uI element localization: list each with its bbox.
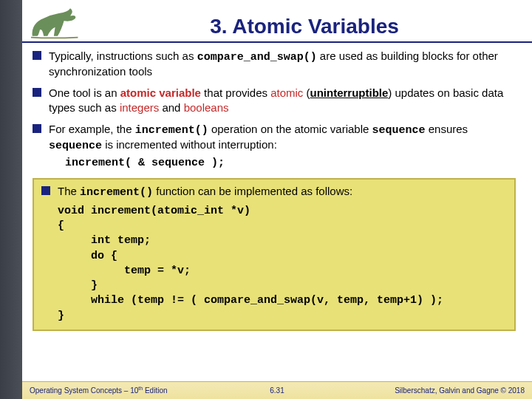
bullet-list: Typically, instructions such as compare_… [33, 49, 522, 171]
bullet-3: For example, the increment() operation o… [33, 122, 522, 171]
text: Typically, instructions such as [49, 50, 197, 62]
text: Operating System Concepts – 10 [30, 387, 138, 395]
bullet-1: Typically, instructions such as compare_… [33, 49, 522, 78]
code-line: increment( & sequence ); [65, 156, 522, 171]
implementation-box: The increment() function can be implemen… [33, 178, 516, 331]
code-inline: compare_and_swap() [197, 51, 317, 64]
code-line: } [58, 310, 64, 322]
footer-center: 6.31 [270, 386, 284, 395]
dinosaur-icon [25, 4, 90, 40]
left-accent-bar [0, 0, 22, 399]
text: is incremented without interruption: [102, 138, 277, 151]
text: The [58, 185, 80, 197]
text: ensures [426, 123, 468, 135]
code-line: { [58, 219, 64, 232]
text: ( [303, 86, 310, 99]
term-booleans: booleans [184, 101, 229, 114]
term-uninterruptible: uninterruptible [310, 86, 389, 99]
text: that provides [201, 86, 270, 99]
text: operation on the atomic variable [208, 123, 372, 135]
code-line: void increment(atomic_int *v) [58, 205, 250, 217]
footer: Operating System Concepts – 10th Edition… [22, 381, 532, 399]
code-line: while (temp != ( compare_and_swap(v, tem… [58, 294, 443, 307]
code-block: void increment(atomic_int *v) { int temp… [58, 204, 507, 324]
term-atomic: atomic [270, 86, 303, 99]
slide-body: Typically, instructions such as compare_… [22, 43, 532, 331]
footer-right: Silberschatz, Galvin and Gagne © 2018 [284, 386, 525, 395]
slide: 3. Atomic Variables Typically, instructi… [0, 0, 532, 399]
code-inline: increment() [80, 186, 153, 199]
text: For example, the [49, 123, 135, 135]
text: and [159, 101, 183, 114]
text: One tool is an [49, 86, 120, 99]
code-line: do { [58, 250, 117, 262]
text: Edition [143, 387, 167, 395]
text: function can be implemented as follows: [153, 185, 352, 197]
term-atomic-variable: atomic variable [120, 86, 201, 99]
code-line: } [58, 279, 98, 292]
slide-content: 3. Atomic Variables Typically, instructi… [22, 0, 532, 399]
bullet-list-inner: The increment() function can be implemen… [41, 184, 507, 200]
code-inline: increment() [135, 124, 208, 137]
code-inline: sequence [49, 140, 102, 152]
code-line: temp = *v; [58, 265, 191, 277]
bullet-2: One tool is an atomic variable that prov… [33, 86, 522, 114]
code-line: int temp; [58, 234, 151, 247]
footer-left: Operating System Concepts – 10th Edition [30, 386, 270, 395]
slide-title: 3. Atomic Variables [90, 15, 519, 40]
title-row: 3. Atomic Variables [22, 0, 532, 43]
bullet-4: The increment() function can be implemen… [41, 184, 507, 200]
code-inline: sequence [372, 124, 426, 137]
term-integers: integers [120, 101, 159, 114]
